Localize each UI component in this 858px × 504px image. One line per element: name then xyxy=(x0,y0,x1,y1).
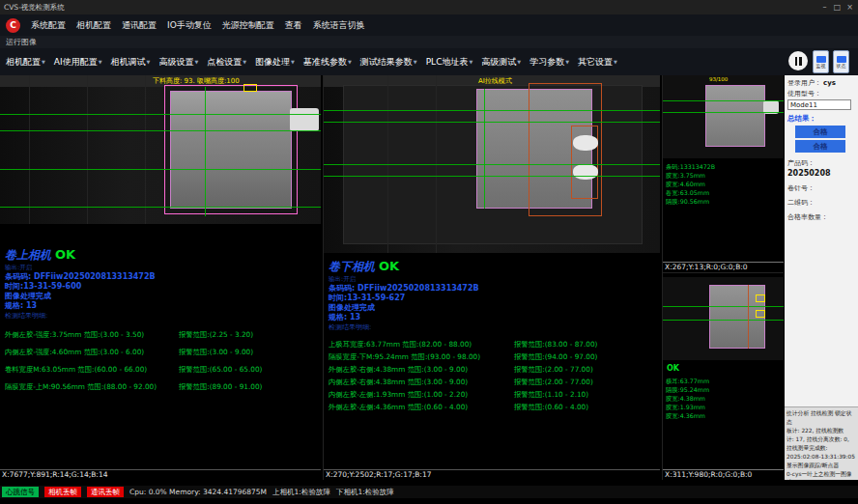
app-logo-icon: C xyxy=(6,18,20,33)
run-image-tab[interactable]: 运行图像 xyxy=(0,36,858,48)
machine-edge xyxy=(29,75,30,224)
pause-icon xyxy=(795,57,798,66)
barcode-text: 条码码: DFFiiw2025020813313472B xyxy=(329,284,660,294)
result-status: OK xyxy=(379,259,399,273)
menu-system-config[interactable]: 系统配置 xyxy=(31,19,66,32)
image-monitor-button[interactable]: 监视 xyxy=(813,50,829,73)
machine-edge xyxy=(145,75,146,224)
chevron-down-icon: ▼ xyxy=(243,59,246,65)
result-status: OK xyxy=(663,364,784,373)
title-bar: CVS-视觉检测系统 – □ × xyxy=(0,0,858,14)
menu-view[interactable]: 查看 xyxy=(285,19,302,32)
machine-edge xyxy=(87,75,88,224)
menu-camera-config[interactable]: 相机配置 xyxy=(76,19,111,32)
upper-camera-view: 下料高度: 93. 吸嘴高度:100 卷上相机 OK 输出:开启 条码码: DF… xyxy=(0,75,321,480)
pixel-coordinate-readout: X:7677;Y:891;R:14;G:14;B:14 xyxy=(0,469,321,480)
camera-icon xyxy=(816,56,826,63)
tb-spot-check[interactable]: 点检设置▼ xyxy=(207,56,246,69)
reflection-highlight xyxy=(573,135,598,151)
chevron-down-icon: ▼ xyxy=(469,59,472,65)
chevron-down-icon: ▼ xyxy=(42,59,45,65)
pause-icon xyxy=(799,57,802,66)
result-box-upper: 合格 xyxy=(795,126,845,138)
measurement-marker xyxy=(756,310,765,318)
lower-camera-image[interactable]: AI拉线模式 xyxy=(324,75,660,253)
tb-image-processing[interactable]: 图像处理▼ xyxy=(255,56,295,69)
toolbar: 相机配置▼ AI使用配置▼ 相机调试▼ 高级设置▼ 点检设置▼ 图像处理▼ 基准… xyxy=(0,48,785,75)
table-row: 上极耳宽度:63.77mm 范围:(82.00 - 88.00)报警范围:(83… xyxy=(329,338,660,350)
maximize-icon[interactable]: □ xyxy=(831,0,844,14)
preview-image[interactable]: 93/100 xyxy=(663,75,784,158)
barcode-text: 条码码: DFFiiw2025020813313472B xyxy=(5,272,321,282)
process-status: 图像处理完成 xyxy=(5,292,321,301)
tb-advanced-settings[interactable]: 高级设置▼ xyxy=(158,56,198,69)
minimize-icon[interactable]: – xyxy=(818,0,831,14)
pixel-coordinate-readout: X:270;Y:2502;R:17;G:17;B:17 xyxy=(324,469,660,480)
status-bar: 心跳信号 相机丢帧 通讯丢帧 Cpu: 0.0% Memory: 3424.41… xyxy=(0,486,858,498)
measurement-marker xyxy=(243,84,257,92)
output-state: 输出:开启 xyxy=(329,275,660,284)
gripper-part xyxy=(290,108,319,131)
menu-language-switch[interactable]: 系统语言切换 xyxy=(313,19,365,32)
tb-plc-address-table[interactable]: PLC地址表▼ xyxy=(426,56,473,69)
preview-panel-2[interactable]: OK 极耳:63.77mm 隔膜:95.24mm 胶宽:4.38mm 胶宽:1.… xyxy=(663,272,784,480)
timestamp-text: 时间:13-31-59-600 xyxy=(5,282,321,292)
heartbeat-badge: 心跳信号 xyxy=(2,487,39,497)
result-status: OK xyxy=(55,247,75,262)
preview-measurements: 条码:13313472B 胶宽:3.75mm 胶宽:4.60mm 卷宽:63.0… xyxy=(663,158,784,206)
upper-camera-image[interactable]: 下料高度: 93. 吸嘴高度:100 xyxy=(0,75,321,224)
chevron-down-icon: ▼ xyxy=(147,59,151,65)
image-overlay-text: AI拉线模式 xyxy=(478,76,512,86)
preview-column: 93/100 条码:13313472B 胶宽:3.75mm 胶宽:4.60mm … xyxy=(662,75,783,480)
tb-advanced-test[interactable]: 高级测试▼ xyxy=(481,56,521,69)
menu-comm-config[interactable]: 通讯配置 xyxy=(122,19,157,32)
table-row: 内侧左胶-强度:4.60mm 范围:(3.00 - 6.00)报警范围:(3.0… xyxy=(5,344,321,361)
detect-status-button[interactable]: 状态 xyxy=(833,50,849,73)
reference-line xyxy=(0,130,321,131)
tb-baseline-params[interactable]: 基准线参数▼ xyxy=(303,56,352,69)
chevron-down-icon: ▼ xyxy=(565,59,569,65)
tb-other-settings[interactable]: 其它设置▼ xyxy=(578,56,617,69)
note-text: 检测结果明细: xyxy=(5,311,321,321)
menu-io-manual-reset[interactable]: IO手动复位 xyxy=(167,19,212,32)
model-select[interactable]: Mode11 xyxy=(787,99,851,110)
measurement-list: 上极耳宽度:63.77mm 范围:(82.00 - 88.00)报警范围:(83… xyxy=(329,338,660,413)
chevron-down-icon: ▼ xyxy=(348,59,352,65)
output-state: 输出:开启 xyxy=(5,264,321,272)
product-code-value: 20250208 xyxy=(787,169,855,179)
tb-test-result-params[interactable]: 测试结果参数▼ xyxy=(360,56,417,69)
reference-line xyxy=(663,320,784,321)
pause-button[interactable] xyxy=(788,51,808,70)
window-title: CVS-视觉检测系统 xyxy=(4,3,65,12)
menu-light-control[interactable]: 光源控制配置 xyxy=(222,19,274,32)
timestamp-text: 时间:13-31-59-627 xyxy=(329,294,660,303)
reference-line xyxy=(205,87,206,216)
preview-panel-1[interactable]: 93/100 条码:13313472B 胶宽:3.75mm 胶宽:4.60mm … xyxy=(663,75,784,272)
tb-learning-params[interactable]: 学习参数▼ xyxy=(529,56,569,69)
close-icon[interactable]: × xyxy=(844,0,856,14)
table-row: 外侧左胶-右侧:4.38mm 范围:(3.00 - 9.00)报警范围:(2.0… xyxy=(329,363,660,376)
qr-code-label: 二维码： xyxy=(787,198,855,208)
roi-rectangle xyxy=(164,85,298,214)
image-overlay-text: 下料高度: 93. 吸嘴高度:100 xyxy=(153,76,240,86)
window-controls: – □ × xyxy=(818,0,856,14)
process-status: 图像处理完成 xyxy=(329,303,660,313)
table-row: 隔膜宽度-下M:95.24mm 范围:(93.00 - 98.00)报警范围:(… xyxy=(329,350,660,363)
camera-name: 卷下相机 xyxy=(329,259,375,275)
comm-frame-drop-badge: 通讯丢帧 xyxy=(87,487,124,497)
measurement-list: 外侧左胶-强度:3.75mm 范围:(3.00 - 3.50)报警范围:(2.2… xyxy=(5,326,321,396)
preview-image[interactable] xyxy=(663,277,784,360)
reference-line xyxy=(663,306,784,307)
tb-ai-config[interactable]: AI使用配置▼ xyxy=(54,56,102,69)
pixel-coordinate-readout: X:267;Y:13;R:0;G:0;B:0 xyxy=(663,262,784,272)
table-row: 隔膜宽度-上M:90.56mm 范围:(88.00 - 92.00)报警范围:(… xyxy=(5,378,321,396)
monitor-icon xyxy=(837,56,846,63)
tb-camera-config[interactable]: 相机配置▼ xyxy=(6,56,45,69)
preview-measurements: 极耳:63.77mm 隔膜:95.24mm 胶宽:4.38mm 胶宽:1.93m… xyxy=(663,373,784,420)
reference-line xyxy=(324,122,660,123)
table-row: 卷料宽度M:63.05mm 范围:(60.00 - 66.00)报警范围:(65… xyxy=(5,361,321,378)
reference-line xyxy=(324,176,660,177)
tb-camera-debug[interactable]: 相机调试▼ xyxy=(111,56,151,69)
chevron-down-icon: ▼ xyxy=(99,59,102,65)
reference-line xyxy=(324,164,660,165)
